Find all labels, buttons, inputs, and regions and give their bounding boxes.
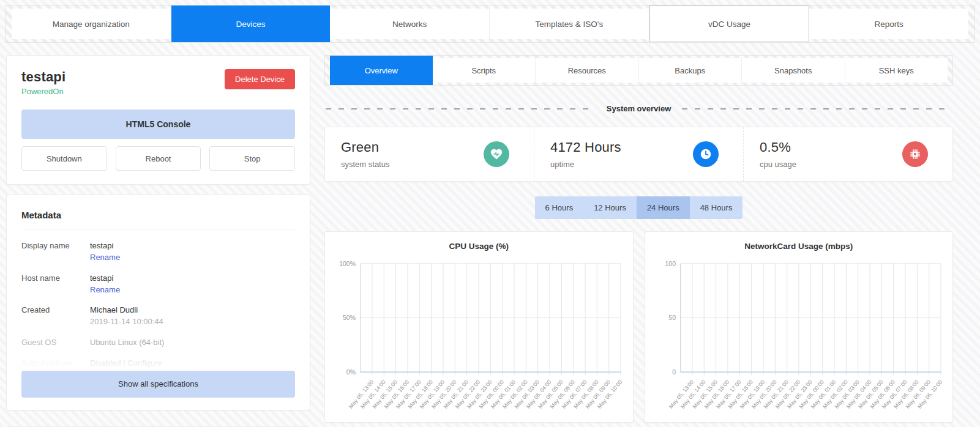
device-identity: testapi PoweredOn — [21, 69, 65, 96]
metadata-label: Guest OS — [21, 337, 90, 349]
detail-tab-scripts[interactable]: Scripts — [433, 58, 536, 83]
stat-text: 4172 Hoursuptime — [550, 139, 621, 169]
time-option-24-hours[interactable]: 24 Hours — [637, 196, 690, 219]
main-content: testapi PoweredOn Delete Device HTML5 Co… — [0, 48, 980, 427]
metadata-card: Metadata Display nametestapiRenameHost n… — [6, 195, 310, 410]
svg-text:50%: 50% — [343, 314, 356, 321]
section-divider: System overview — [326, 104, 952, 113]
stat-value: 0.5% — [760, 139, 796, 155]
metadata-value-line: testapi — [90, 273, 120, 284]
stat-text: 0.5%cpu usage — [760, 139, 796, 169]
page: Manage organizationDevicesNetworksTempla… — [0, 5, 980, 427]
stat-value: Green — [341, 139, 389, 155]
metadata-value: Disabled | Configure — [90, 358, 162, 369]
device-name: testapi — [21, 69, 65, 85]
metadata-label: Display name — [21, 240, 90, 264]
metadata-label: Autoshutdown — [21, 358, 90, 369]
time-range-group: 6 Hours12 Hours24 Hours48 Hours — [535, 196, 743, 219]
stat-system-status: Greensystem status — [325, 127, 534, 181]
time-option-48-hours[interactable]: 48 Hours — [690, 196, 743, 219]
heart-pulse-icon — [484, 141, 509, 167]
detail-tab-overview[interactable]: Overview — [330, 56, 433, 85]
chart-title: CPU Usage (%) — [330, 242, 628, 251]
metadata-value-line: Michael Dudli — [90, 305, 163, 316]
detail-tab-snapshots[interactable]: Snapshots — [742, 58, 845, 83]
section-title: System overview — [607, 104, 671, 113]
metadata-value: Michael Dudli2019-11-14 10:00:44 — [90, 305, 163, 328]
device-status: PoweredOn — [21, 87, 65, 96]
chart-plot: 050100May 05, 13:00May 05, 14:00May 05, … — [650, 252, 948, 422]
svg-text:0%: 0% — [346, 369, 356, 376]
metadata-row-display-name: Display nametestapiRename — [21, 240, 295, 264]
nav-tab-reports[interactable]: Reports — [809, 9, 968, 39]
metadata-value-line: Disabled | Configure — [90, 358, 162, 369]
stat-value: 4172 Hours — [550, 139, 621, 155]
rename-link[interactable]: Rename — [90, 252, 120, 264]
stat-uptime: 4172 Hoursuptime — [534, 127, 743, 181]
stop-button[interactable]: Stop — [209, 146, 295, 171]
device-card: testapi PoweredOn Delete Device HTML5 Co… — [6, 55, 310, 185]
cpu-icon — [902, 141, 928, 167]
stat-cpu-usage: 0.5%cpu usage — [743, 127, 952, 181]
divider-line-right — [682, 108, 952, 110]
show-all-specifications-button[interactable]: Show all specifications — [21, 371, 295, 398]
nav-tab-manage-organization[interactable]: Manage organization — [12, 9, 171, 39]
metadata-row-created: CreatedMichael Dudli2019-11-14 10:00:44 — [21, 305, 295, 328]
reboot-button[interactable]: Reboot — [116, 146, 201, 171]
top-nav: Manage organizationDevicesNetworksTempla… — [5, 5, 975, 43]
stat-label: cpu usage — [760, 160, 796, 169]
stat-label: uptime — [550, 160, 621, 169]
metadata-value: testapiRename — [90, 273, 120, 296]
metadata-value: Ubuntu Linux (64-bit) — [90, 337, 164, 349]
rename-link[interactable]: Rename — [90, 284, 120, 296]
top-nav-tabs: Manage organizationDevicesNetworksTempla… — [12, 9, 968, 39]
shutdown-button[interactable]: Shutdown — [21, 146, 107, 171]
svg-text:100%: 100% — [339, 261, 356, 267]
metadata-rows: Display nametestapiRenameHost nametestap… — [21, 240, 295, 369]
left-column: testapi PoweredOn Delete Device HTML5 Co… — [6, 55, 310, 427]
power-buttons: ShutdownRebootStop — [21, 146, 295, 171]
svg-text:0: 0 — [672, 369, 676, 376]
clock-icon — [693, 141, 719, 167]
detail-tab-backups[interactable]: Backups — [639, 58, 742, 83]
svg-text:100: 100 — [665, 261, 676, 267]
delete-device-button[interactable]: Delete Device — [225, 69, 295, 89]
nav-tab-vdc-usage[interactable]: vDC Usage — [649, 6, 810, 42]
metadata-value-line: Ubuntu Linux (64-bit) — [90, 337, 164, 349]
detail-tab-ssh-keys[interactable]: SSH keys — [845, 58, 948, 83]
detail-tabs-row: OverviewScriptsResourcesBackupsSnapshots… — [330, 58, 948, 83]
nav-tab-devices[interactable]: Devices — [171, 6, 331, 42]
metadata-row-guest-os: Guest OSUbuntu Linux (64-bit) — [21, 337, 295, 349]
metadata-value-line: testapi — [90, 240, 120, 252]
metadata-row-autoshutdown: AutoshutdownDisabled | Configure — [21, 358, 295, 369]
time-range: 6 Hours12 Hours24 Hours48 Hours — [324, 196, 953, 219]
right-column: OverviewScriptsResourcesBackupsSnapshots… — [324, 55, 953, 423]
metadata-value: testapiRename — [90, 240, 120, 264]
metadata-label: Created — [21, 305, 90, 328]
chart-title: NetworkCard Usage (mbps) — [650, 242, 948, 251]
stats-row: Greensystem status4172 Hoursuptime0.5%cp… — [324, 127, 953, 182]
device-detail-tabs: OverviewScriptsResourcesBackupsSnapshots… — [324, 55, 953, 86]
nav-tab-templates-iso-s[interactable]: Templates & ISO's — [490, 9, 649, 39]
time-option-12-hours[interactable]: 12 Hours — [583, 196, 637, 219]
metadata-row-host-name: Host nametestapiRename — [21, 273, 295, 296]
stat-text: Greensystem status — [341, 139, 389, 169]
networkcard-usage-mbps-chart: NetworkCard Usage (mbps)050100May 05, 13… — [645, 231, 954, 423]
nav-tab-networks[interactable]: Networks — [330, 9, 490, 39]
metadata-label: Host name — [21, 273, 90, 296]
detail-tab-resources[interactable]: Resources — [536, 58, 639, 83]
metadata-title: Metadata — [21, 210, 295, 229]
charts-row: CPU Usage (%)0%50%100%May 05, 13:00May 0… — [324, 231, 953, 423]
svg-text:50: 50 — [668, 314, 676, 321]
metadata-value-line: 2019-11-14 10:00:44 — [90, 316, 163, 328]
device-header: testapi PoweredOn Delete Device — [21, 69, 295, 96]
chart-plot: 0%50%100%May 05, 13:00May 05, 14:00May 0… — [330, 252, 628, 422]
stat-label: system status — [341, 160, 389, 169]
cpu-usage-chart: CPU Usage (%)0%50%100%May 05, 13:00May 0… — [324, 231, 634, 423]
divider-line-left — [326, 108, 596, 110]
time-option-6-hours[interactable]: 6 Hours — [535, 196, 584, 219]
html5-console-button[interactable]: HTML5 Console — [21, 110, 295, 139]
